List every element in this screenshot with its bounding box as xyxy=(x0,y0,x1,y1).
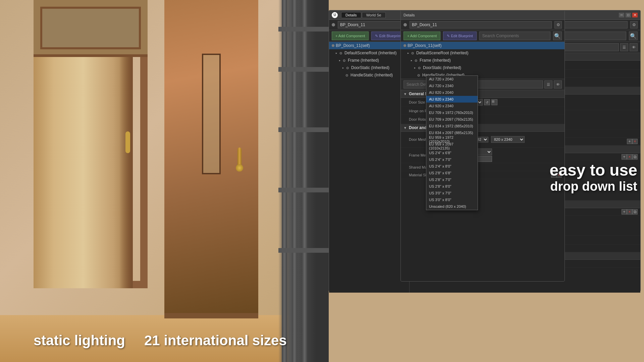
right-hinge-row: Hinge on Right Hinge Right xyxy=(401,107,565,115)
right-handle-icon: ⊙ xyxy=(416,73,421,77)
dropdown-item-9[interactable]: EU 959 x 1972 (1010x2010) xyxy=(426,136,478,143)
right-edit-blueprint-btn[interactable]: ✎ Edit Blueprint xyxy=(443,32,476,40)
material-frame-del-btn[interactable]: × xyxy=(627,209,632,215)
tree-item-handle-static[interactable]: ⊙ HandleStatic (Inherited) xyxy=(329,71,409,79)
right-door-size-expand[interactable]: ⊞ xyxy=(491,99,497,105)
array-del-btn-1[interactable]: × xyxy=(632,139,638,144)
right-search-icon[interactable]: 🔍 xyxy=(553,32,562,40)
dropdown-item-19[interactable]: Unscaled (820 x 2040) xyxy=(426,203,478,210)
right-tree-default-scene[interactable]: ▸ ⊙ DefaultSceneRoot (Inherited) xyxy=(401,49,565,57)
right-search-components-input[interactable] xyxy=(479,32,550,40)
root-dot xyxy=(332,44,334,47)
ue-logo: U xyxy=(332,12,338,18)
scene-root-icon: ⊙ xyxy=(338,51,343,55)
right-door-size-reset[interactable]: ↺ xyxy=(484,99,490,105)
dropdown-item-0[interactable]: AU 720 x 2040 xyxy=(426,76,478,82)
window-controls: ─ □ ✕ xyxy=(619,13,638,17)
right-frame-icon: ⊙ xyxy=(414,58,418,63)
tab-details[interactable]: Details xyxy=(341,12,361,18)
dropdown-item-4[interactable]: AU 920 x 2340 xyxy=(426,103,478,109)
dropdown-item-13[interactable]: US 2'4" x 8'0" xyxy=(426,163,478,170)
tree-item-root[interactable]: BP_Doors_11(self) xyxy=(329,42,409,49)
dropdown-item-3[interactable]: AU 820 x 2340 xyxy=(426,96,478,103)
component-tree: BP_Doors_11(self) ▸ ⊙ DefaultSceneRoot (… xyxy=(329,42,410,293)
right-tree: BP_Doors_11(self) ▸ ⊙ DefaultSceneRoot (… xyxy=(401,42,565,79)
material-door-dup-btn[interactable]: ⧉ xyxy=(632,154,638,160)
tree-item-default-scene-root[interactable]: ▸ ⊙ DefaultSceneRoot (Inherited) xyxy=(329,49,409,57)
right-door-size-dropdown-2[interactable]: 820 x 2340 xyxy=(491,136,525,143)
details-view-eye-button[interactable]: 👁 xyxy=(630,43,638,51)
right-array-add[interactable]: + xyxy=(551,172,556,178)
maximize-button[interactable]: □ xyxy=(626,13,631,17)
material-frame-add-btn[interactable]: + xyxy=(622,209,627,215)
door-static-icon: ⊙ xyxy=(345,65,350,70)
right-bp-icon[interactable]: ⚙ xyxy=(554,21,562,28)
right-search-details-bar: ☰ 👁 xyxy=(401,79,565,90)
dropdown-item-15[interactable]: US 2'8" x 7'0" xyxy=(426,176,478,183)
array-add-btn-1[interactable]: + xyxy=(627,139,632,144)
right-panel-titlebar: Details xyxy=(401,10,565,20)
dropdown-item-7[interactable]: EU 834 x 1972 (885x2010) xyxy=(426,123,478,129)
right-panel-title: Details xyxy=(404,13,415,17)
bp-icon-button[interactable]: ⚙ xyxy=(630,21,638,28)
minimize-button[interactable]: ─ xyxy=(619,13,624,17)
dropdown-item-16[interactable]: US 2'8" x 8'0" xyxy=(426,183,478,190)
right-door-mesh-row: Door Mesh P_DoorA2_82 820 x 2340 xyxy=(401,132,565,147)
dropdown-item-17[interactable]: US 3'0" x 7'0" xyxy=(426,190,478,196)
handle-static-icon: ⊙ xyxy=(344,73,349,77)
titlebar-tabs: U Details World Se xyxy=(332,12,386,18)
right-tree-frame[interactable]: ▸ ⊙ Frame (Inherited) xyxy=(401,57,565,64)
right-bp-input[interactable] xyxy=(410,21,552,28)
right-tree-door-static[interactable]: ▸ ⊙ DoorStatic (Inherited) xyxy=(401,64,565,71)
right-general-settings-header[interactable]: ▼ General Settings xyxy=(401,90,565,98)
right-add-component-btn[interactable]: + Add Component xyxy=(404,32,440,40)
label-static-lighting: static lighting xyxy=(34,333,125,349)
bp-status-dot xyxy=(332,23,335,26)
door-scene-right xyxy=(154,0,282,335)
dropdown-item-10[interactable]: EU 959 x 2097 (1010x2135) xyxy=(426,143,478,149)
material-door-add-btn[interactable]: + xyxy=(622,154,627,160)
metal-structure xyxy=(278,0,329,362)
right-door-size-row: Door Size AU 820 x 2340 ↺ ⊞ xyxy=(401,98,565,107)
right-door-frame-header[interactable]: ▼ Door and Frame xyxy=(401,124,565,132)
details-view-list-button[interactable]: ☰ xyxy=(620,43,628,51)
door-scene-left xyxy=(27,0,154,302)
dropdown-item-2[interactable]: AU 820 x 2040 xyxy=(426,89,478,96)
add-component-button[interactable]: + Add Component xyxy=(332,32,369,40)
right-details-panel: Details ⚙ + Add Component ✎ Edit Bluepri… xyxy=(400,10,565,282)
search-icon[interactable]: 🔍 xyxy=(629,32,638,40)
right-general-arrow: ▼ xyxy=(404,92,408,96)
material-frame-dup-btn[interactable]: ⧉ xyxy=(632,209,638,215)
door-size-dropdown-overlay: AU 720 x 2040 AU 720 x 2340 AU 820 x 204… xyxy=(426,75,478,210)
dropdown-item-8[interactable]: EU 834 x 2097 (885x2135) xyxy=(426,129,478,136)
dropdown-item-5[interactable]: EU 709 x 1972 (760x2010) xyxy=(426,109,478,116)
dropdown-item-1[interactable]: AU 720 x 2340 xyxy=(426,82,478,89)
tab-world-settings[interactable]: World Se xyxy=(362,12,386,18)
right-shared-material-row: Shared Material xyxy=(401,163,565,171)
right-tree-handle[interactable]: ⊙ HandleStatic (Inherited) xyxy=(401,71,565,79)
tree-item-frame[interactable]: ▸ ⊙ Frame (Inherited) xyxy=(329,57,409,64)
dropdown-item-14[interactable]: US 2'8" x 6'8" xyxy=(426,170,478,176)
right-door-icon: ⊙ xyxy=(417,65,422,70)
right-toolbar: + Add Component ✎ Edit Blueprint 🔍 xyxy=(401,30,565,42)
label-international-sizes: 21 international sizes xyxy=(144,333,287,349)
right-tree-root[interactable]: BP_Doors_11(self) xyxy=(401,42,565,49)
right-view-eye-btn[interactable]: 👁 xyxy=(554,80,562,88)
edit-blueprint-button[interactable]: ✎ Edit Blueprint xyxy=(371,32,405,40)
material-door-del-btn[interactable]: × xyxy=(627,154,632,160)
right-material-shared-row: Material Shared 0 Array elements + × xyxy=(401,171,565,179)
dropdown-item-18[interactable]: US 3'0" x 8'0" xyxy=(426,196,478,203)
right-array-del[interactable]: × xyxy=(556,172,562,178)
tree-item-door-static[interactable]: ▸ ⊙ DoorStatic (Inherited) xyxy=(329,64,409,71)
right-view-list-btn[interactable]: ☰ xyxy=(544,80,552,88)
scene-background: static lighting 21 international sizes xyxy=(0,0,329,362)
dropdown-item-12[interactable]: US 2'4" x 7'0" xyxy=(426,156,478,163)
right-scene-icon: ⊙ xyxy=(410,51,415,55)
right-root-dot xyxy=(404,44,406,47)
right-bp-dot xyxy=(404,23,407,26)
dropdown-item-11[interactable]: US 2'4" x 6'8" xyxy=(426,149,478,156)
right-door-rotation-row: Door Rotation xyxy=(401,115,565,124)
dropdown-item-6[interactable]: EU 709 x 2097 (760x2135) xyxy=(426,116,478,123)
right-door-frame-arrow: ▼ xyxy=(404,126,408,130)
close-button[interactable]: ✕ xyxy=(632,13,638,17)
